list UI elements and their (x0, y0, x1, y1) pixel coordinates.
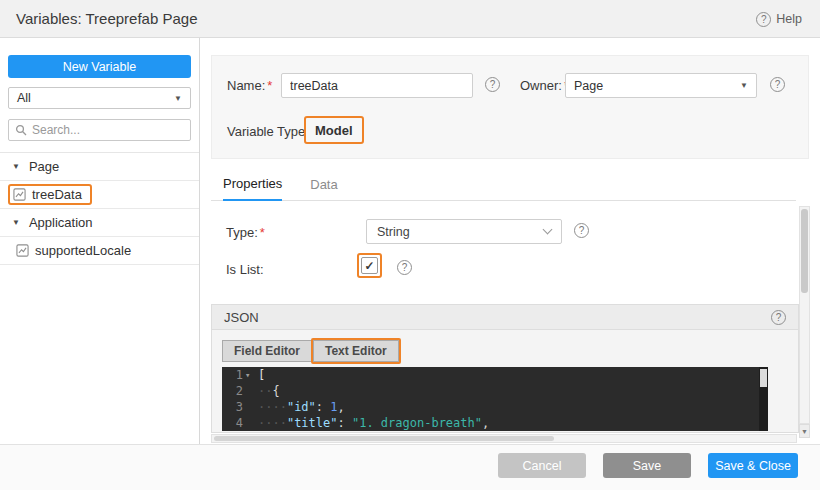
cancel-button[interactable]: Cancel (498, 453, 586, 478)
help-link[interactable]: ? Help (756, 0, 802, 38)
variable-type-label: Variable Type: (227, 124, 309, 139)
tree-item-supportedlocale[interactable]: supportedLocale (0, 237, 199, 265)
caret-down-icon: ▼ (740, 81, 748, 90)
tree-group-label: Application (29, 215, 93, 230)
owner-label: Owner:* (520, 78, 569, 93)
scroll-down-button[interactable]: ▼ (799, 424, 810, 438)
annotation-box-treedata: treeData (8, 184, 92, 205)
variable-summary-panel: Name:* ? Owner:* Page ▼ ? Variable Type:… (211, 55, 809, 159)
tree-item-label: supportedLocale (35, 243, 131, 258)
page-title: Variables: Treeprefab Page (16, 0, 198, 38)
filter-value: All (17, 91, 31, 105)
variable-detail-pane: Name:* ? Owner:* Page ▼ ? Variable Type:… (201, 38, 820, 444)
tree-item-content: supportedLocale (8, 242, 139, 259)
tree-group-page[interactable]: ▼ Page (0, 153, 199, 181)
json-panel: JSON ? Field Editor Text Editor 1▾[2··{3… (211, 304, 799, 433)
annotation-box-islist: ✓ (357, 253, 382, 278)
variable-icon (16, 244, 29, 257)
caret-down-icon: ▼ (174, 94, 182, 103)
tab-data[interactable]: Data (310, 177, 337, 200)
is-list-label: Is List: (226, 262, 264, 277)
collapse-arrow-icon: ▼ (12, 162, 20, 171)
is-list-help-icon[interactable]: ? (397, 260, 412, 275)
owner-help-icon[interactable]: ? (770, 77, 785, 92)
editor-scrollbar-thumb[interactable] (760, 369, 767, 387)
is-list-checkbox[interactable]: ✓ (361, 257, 378, 274)
variable-icon (13, 188, 26, 201)
code-line: 4····"title": "1. dragon-breath", (222, 415, 768, 431)
type-value: String (377, 225, 410, 239)
name-help-icon[interactable]: ? (485, 77, 500, 92)
tree-item-treedata[interactable]: treeData (0, 181, 199, 209)
code-lines: 1▾[2··{3····"id": 1,4····"title": "1. dr… (222, 367, 768, 431)
fold-arrow-icon: ▾ (245, 367, 253, 383)
type-help-icon[interactable]: ? (574, 223, 589, 238)
vertical-scrollbar-thumb[interactable] (801, 209, 808, 293)
json-code-editor[interactable]: 1▾[2··{3····"id": 1,4····"title": "1. dr… (222, 367, 768, 431)
code-line: 3····"id": 1, (222, 399, 768, 415)
name-label: Name:* (227, 78, 272, 93)
required-marker: * (267, 78, 272, 93)
variables-sidebar: New Variable All ▼ ▼ Page (0, 38, 200, 444)
vertical-scrollbar[interactable] (799, 206, 810, 424)
code-line: 2··{ (222, 383, 768, 399)
variable-filter-select[interactable]: All ▼ (8, 87, 191, 109)
owner-value: Page (574, 79, 603, 93)
json-help-icon[interactable]: ? (771, 310, 786, 325)
search-input[interactable] (32, 123, 184, 137)
annotation-box-text-editor: Text Editor (311, 338, 401, 364)
editor-mode-toggle: Field Editor Text Editor (222, 338, 401, 364)
save-button[interactable]: Save (603, 453, 691, 478)
text-editor-button[interactable]: Text Editor (313, 340, 399, 362)
horizontal-scrollbar-thumb[interactable] (214, 436, 554, 441)
dialog-header: Variables: Treeprefab Page ? Help (0, 0, 820, 38)
required-marker: * (260, 225, 265, 240)
collapse-arrow-icon: ▼ (12, 218, 20, 227)
annotation-box-model: Model (304, 116, 364, 144)
type-label: Type:* (226, 225, 265, 240)
tree-item-label: treeData (32, 187, 82, 202)
search-box[interactable] (8, 119, 191, 141)
variables-dialog: Variables: Treeprefab Page ? Help New Va… (0, 0, 820, 490)
variable-type-value: Model (315, 123, 353, 138)
action-bar: Cancel Save Save & Close (0, 444, 820, 490)
type-select[interactable]: String (366, 219, 562, 244)
save-close-button[interactable]: Save & Close (708, 453, 798, 478)
new-variable-button[interactable]: New Variable (8, 55, 191, 78)
search-icon (15, 124, 27, 136)
json-panel-title: JSON (224, 310, 259, 325)
field-editor-button[interactable]: Field Editor (222, 340, 311, 362)
tree-group-label: Page (29, 159, 59, 174)
chevron-down-icon (543, 225, 553, 235)
tab-properties[interactable]: Properties (223, 176, 282, 201)
code-line: 1▾[ (222, 367, 768, 383)
editor-scrollbar[interactable] (759, 367, 768, 431)
owner-select[interactable]: Page ▼ (565, 73, 757, 98)
tree-group-application[interactable]: ▼ Application (0, 209, 199, 237)
help-icon: ? (756, 12, 771, 27)
variables-tree: ▼ Page treeData ▼ Application (0, 152, 199, 265)
detail-tabs: Properties Data (211, 171, 796, 201)
help-label: Help (776, 12, 802, 26)
horizontal-scrollbar[interactable] (211, 434, 797, 443)
name-input[interactable] (281, 73, 473, 98)
json-panel-header: JSON ? (212, 305, 798, 330)
